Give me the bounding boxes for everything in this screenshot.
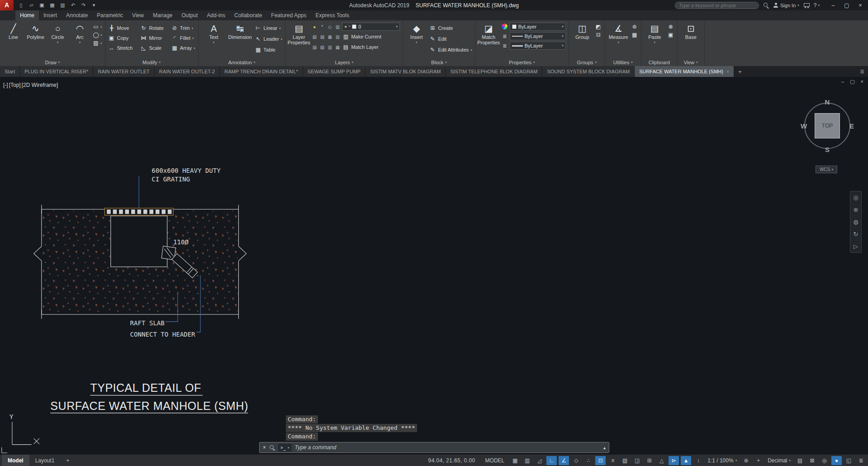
ribbon-tab[interactable]: Annotate [62, 10, 92, 20]
viewcube-west[interactable]: W [801, 122, 807, 130]
close-icon[interactable]: × [263, 444, 266, 451]
panel-label-block[interactable]: Block▾ [403, 58, 474, 66]
ribbon-tab[interactable]: Output [177, 10, 202, 20]
layer-walk-icon[interactable]: ▦ [334, 44, 341, 50]
panel-label-draw[interactable]: Draw▾ [0, 58, 105, 66]
qat-menu-icon[interactable]: ▾ [89, 1, 99, 10]
viewport-minimize-control[interactable]: [-] [3, 82, 8, 88]
panel-label-layers[interactable]: Layers▾ [285, 58, 403, 66]
save-icon[interactable]: ▣ [37, 1, 47, 10]
ribbon-tool-button[interactable]: ↖ Leader ▾ [255, 34, 283, 43]
file-tab[interactable]: RAMP TRENCH DRAIN DETAIL* × [220, 66, 303, 77]
copy-clip-button[interactable]: ▣ [667, 32, 674, 38]
new-drawing-tab-button[interactable]: + [734, 66, 746, 77]
ribbon-tool-button[interactable]: ✎ Edit Attributes ▾ [429, 45, 472, 54]
drawing-area[interactable]: 600x600 HEAVY DUTY CI GRATING 110Ø RAFT … [0, 77, 868, 454]
layer-select[interactable]: ● * 0 ▾ [342, 23, 400, 31]
layer-freeze-tool-icon[interactable]: ▦ [327, 33, 333, 40]
ribbon-tool-button[interactable]: ╱ Line [3, 22, 24, 44]
match-properties-button[interactable]: ◪ Match Properties [478, 22, 499, 45]
customization-icon[interactable]: ≣ [856, 456, 866, 465]
object-color-select[interactable]: ByLayer ▾ [510, 23, 566, 31]
ribbon-tool-button[interactable]: ↻ Rotate [140, 24, 165, 33]
object-snap-tracking-icon[interactable]: ∴ [583, 456, 593, 465]
panel-label-properties[interactable]: Properties▾ [475, 58, 569, 66]
ribbon-tab[interactable]: Insert [39, 10, 62, 20]
ortho-icon[interactable]: ∟ [546, 456, 557, 465]
help-button[interactable]: ?▾ [814, 2, 820, 9]
layer-properties-button[interactable]: ▤ Layer Properties [288, 22, 309, 45]
viewcube[interactable]: N S W E TOP [800, 98, 855, 153]
ribbon-tool-button[interactable]: ○ Circle ▾ [47, 22, 68, 44]
new-layout-button[interactable]: + [60, 455, 75, 466]
ribbon-tool-button[interactable]: ✎ Edit [429, 34, 472, 43]
file-tab[interactable]: PLUG IN VERTICAL RISER* × [20, 66, 93, 77]
sign-in-button[interactable]: Sign In ▾ [773, 3, 799, 8]
command-line[interactable]: × >_ ▾ ▴ [259, 442, 609, 453]
file-tab[interactable]: SOUND SYSTEM BLOCK DIAGRAM × [542, 66, 635, 77]
file-tab[interactable]: SEWAGE SUMP PUMP × [303, 66, 365, 77]
snap-mode-icon[interactable]: ▥ [522, 456, 532, 465]
command-prompt-chip[interactable]: >_ ▾ [278, 444, 292, 452]
ellipse-tool-button[interactable]: ◯▾ [92, 32, 102, 38]
ribbon-tab[interactable]: Add-ins [202, 10, 230, 20]
close-icon[interactable]: × [726, 69, 729, 74]
file-tab[interactable]: SISTIM MATV BLOK DIAGRAM × [365, 66, 446, 77]
hatch-tool-button[interactable]: ▨▾ [92, 40, 102, 46]
panel-label-view[interactable]: View▾ [678, 58, 704, 66]
quick-select-button[interactable]: ⊚ [631, 24, 638, 30]
grating[interactable] [104, 208, 173, 215]
transparency-icon[interactable]: ▨ [620, 456, 630, 465]
clean-screen-icon[interactable]: ◱ [844, 456, 854, 465]
viewport-visual-style-control[interactable]: [2D Wireframe] [22, 82, 58, 88]
layer-lock-icon[interactable]: ◇ [327, 24, 333, 30]
polar-tracking-icon[interactable]: ∠ [559, 456, 569, 465]
save-as-icon[interactable]: ▦ [47, 1, 57, 10]
ribbon-tab[interactable]: Express Tools [311, 10, 353, 20]
insert-block-button[interactable]: ◆ Insert ▾ [406, 22, 427, 44]
annotation-monitor-icon[interactable]: + [753, 456, 764, 465]
layer-off-tool-icon[interactable]: ▥ [334, 33, 341, 40]
viewcube-south[interactable]: S [825, 146, 830, 153]
quick-properties-icon[interactable]: ▤ [795, 456, 805, 465]
panel-label-clipboard[interactable]: Clipboard [641, 58, 677, 66]
ribbon-tool-button[interactable]: ∿ Polyline [25, 22, 46, 44]
grid-icon[interactable]: ▦ [510, 456, 520, 465]
isolate-objects-icon[interactable]: ◎ [819, 456, 830, 465]
model-space-button[interactable]: MODEL [482, 457, 508, 464]
layer-off-icon[interactable]: ● [311, 24, 318, 30]
selection-cycling-icon[interactable]: ◲ [632, 456, 642, 465]
zoom-icon[interactable]: ◍ [853, 219, 858, 225]
ribbon-tool-button[interactable]: ⊞ Create [429, 24, 472, 33]
ribbon-tab[interactable]: Manage [148, 10, 177, 20]
workspace-switching-icon[interactable]: ⊛ [741, 456, 751, 465]
lineweight-icon[interactable]: ≡ [607, 456, 618, 465]
graphics-performance-icon[interactable]: ● [831, 456, 842, 465]
group-edit-button[interactable]: ⊟ [595, 32, 602, 38]
open-file-icon[interactable]: ▱ [27, 1, 36, 10]
search-icon[interactable] [763, 2, 769, 8]
ribbon-tab[interactable]: Collaborate [230, 10, 266, 20]
ribbon-tool-button[interactable]: A Text ▾ [201, 22, 227, 44]
panel-label-utilities[interactable]: Utilities▾ [605, 58, 641, 66]
annotation-scale-button[interactable]: 1:1 / 100% ▾ [705, 457, 739, 464]
doc-minimize-button[interactable]: – [841, 79, 844, 85]
layer-unlock-tool-icon[interactable]: ▧ [319, 44, 325, 50]
panel-label-groups[interactable]: Groups▾ [569, 58, 605, 66]
annotation-visibility-icon[interactable]: ▲ [681, 456, 691, 465]
layout-tab[interactable]: Layout1 [29, 455, 61, 466]
new-file-icon[interactable]: ▯ [16, 1, 26, 10]
ucs-icon[interactable]: Y [2, 413, 39, 453]
layer-freeze-icon[interactable]: * [319, 24, 325, 30]
3d-object-snap-icon[interactable]: ⊞ [644, 456, 655, 465]
search-input[interactable] [679, 3, 755, 8]
collapse-icon[interactable]: ▴ [603, 445, 606, 450]
layer-merge-icon[interactable]: ▥ [327, 44, 333, 50]
paste-button[interactable]: ▤ Paste ▾ [644, 22, 665, 44]
coordinates-display[interactable]: 94.04, 21.65, 0.00 [424, 457, 480, 464]
viewcube-top-face[interactable]: TOP [815, 113, 840, 138]
manhole-opening[interactable] [111, 216, 167, 267]
help-search-box[interactable] [675, 2, 759, 9]
file-tab[interactable]: RAIN WATER OUTLET × [93, 66, 154, 77]
ribbon-tab[interactable]: Featured Apps [266, 10, 311, 20]
